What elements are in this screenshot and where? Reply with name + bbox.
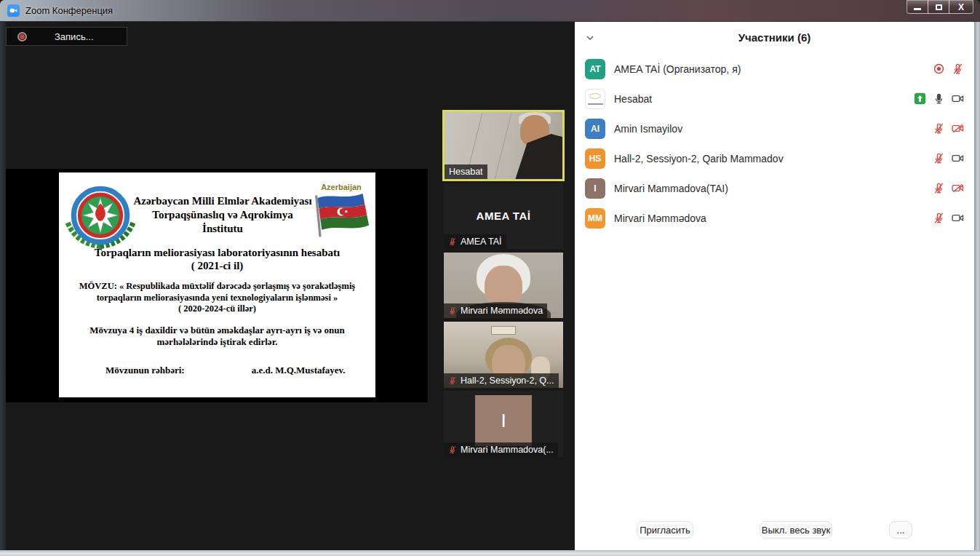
more-options-button[interactable]: ... <box>889 521 912 539</box>
mic-off-icon[interactable] <box>933 212 945 224</box>
azerbaijan-emblem-icon <box>63 184 138 251</box>
participant-row-hesabat[interactable]: Hesabat <box>575 84 974 114</box>
video-tile-mirvari-memmedova[interactable]: Mirvari Məmmədova <box>444 253 563 318</box>
participant-name: Mirvari Məmmədova <box>614 213 706 224</box>
participant-row-amea-tai[interactable]: AT AMEA TAİ (Организатор, я) <box>575 54 974 84</box>
mic-off-icon[interactable] <box>933 152 945 164</box>
participant-name: Amin Ismayilov <box>614 123 682 135</box>
avatar: MM <box>585 208 605 229</box>
participant-status-icons <box>933 182 964 194</box>
participant-name: Hesabat <box>614 93 652 105</box>
slide-organization: Azərbaycan Milli Elmlər Akademiyası Torp… <box>132 194 314 236</box>
mic-off-icon <box>448 376 457 385</box>
recording-indicator-icon <box>933 63 945 75</box>
tile-avatar-letter: I <box>501 410 506 432</box>
record-dot-icon <box>17 32 27 41</box>
slide-title: Torpaqların meliorasiyası laboratoriyası… <box>59 246 375 272</box>
avatar: AI <box>585 119 605 139</box>
close-icon: X <box>958 3 964 12</box>
maximize-icon <box>936 4 942 10</box>
window-title: Zoom Конференция <box>25 5 113 16</box>
mic-off-icon[interactable] <box>933 182 945 194</box>
participant-name: AMEA TAİ (Организатор, я) <box>614 63 741 75</box>
tile-name-label: Hesabat <box>445 164 487 179</box>
camera-on-icon[interactable] <box>952 152 964 164</box>
zoom-app-icon <box>7 4 20 17</box>
participant-status-icons <box>933 122 964 135</box>
participant-status-icons <box>933 212 964 224</box>
recording-badge[interactable]: Запись... <box>6 27 127 46</box>
participants-title: Участники (6) <box>575 31 974 44</box>
avatar <box>585 89 605 109</box>
tile-center-name: AMEA TAİ <box>444 210 563 222</box>
invite-button[interactable]: Пригласить <box>637 521 693 539</box>
participant-status-icons <box>933 152 964 164</box>
participant-row-mirvari-mammadova-tai[interactable]: I Mirvari Mammadova(TAI) <box>575 173 974 203</box>
mute-all-button[interactable]: Выкл. весь звук <box>760 521 832 539</box>
tile-name-label: Mirvari Məmmədova <box>444 303 547 318</box>
azerbaijan-flag-block: Azerbaijan <box>308 183 374 242</box>
topic-line-1: MÖVZU: « Respublikada müxtəlif dərəcədə … <box>59 281 375 293</box>
mic-off-icon <box>448 445 457 454</box>
leader-label: Mövzunun rəhbəri: <box>105 365 185 376</box>
window-titlebar[interactable]: Zoom Конференция X <box>0 0 980 22</box>
meeting-stage: Запись... Azərbaycan Milli Elmlər Akadem… <box>6 22 575 550</box>
camera-on-icon[interactable] <box>952 212 964 224</box>
mic-off-icon <box>448 237 457 246</box>
video-tile-mirvari-mammadova-tai[interactable]: I Mirvari Mammadova(... <box>444 391 563 457</box>
minimize-icon <box>914 8 921 10</box>
mic-on-icon[interactable] <box>933 92 945 105</box>
video-tile-hesabat[interactable]: Hesabat <box>442 110 565 181</box>
presentation-slide: Azərbaycan Milli Elmlər Akademiyası Torp… <box>59 172 375 397</box>
org-line-2: Torpaqşünaslıq və Aqrokimya İnstitutu <box>132 208 314 236</box>
participants-panel: Участники (6) AT AMEA TAİ (Организатор, … <box>575 22 974 550</box>
window-frame-bottom <box>0 550 980 556</box>
camera-on-icon[interactable] <box>952 92 964 105</box>
mic-off-icon <box>448 306 457 315</box>
participant-status-icons <box>933 63 964 75</box>
avatar: HS <box>585 148 605 169</box>
participants-header: Участники (6) <box>575 22 974 54</box>
camera-off-icon[interactable] <box>952 122 964 135</box>
window-frame-left <box>0 22 6 550</box>
tile-name-text: Mirvari Mammadova(... <box>461 445 554 455</box>
org-line-1: Azərbaycan Milli Elmlər Akademiyası <box>132 194 314 208</box>
participant-row-mirvari-memmedova[interactable]: MM Mirvari Məmmədova <box>575 203 974 233</box>
participant-name: Mirvari Mammadova(TAI) <box>614 183 728 194</box>
screen-share-icon <box>914 92 926 105</box>
avatar: I <box>585 178 605 199</box>
participants-list: AT AMEA TAİ (Организатор, я) Hesabat AI … <box>575 54 974 233</box>
tile-name-text: Hesabat <box>449 167 483 177</box>
participant-status-icons <box>914 92 964 105</box>
mic-off-icon[interactable] <box>933 122 945 135</box>
tile-avatar: I <box>475 395 532 446</box>
slide-title-line-2: ( 2021-ci il) <box>59 259 375 272</box>
mic-off-icon[interactable] <box>952 63 964 75</box>
maximize-button[interactable] <box>928 0 949 14</box>
tile-name-label: AMEA TAİ <box>444 234 506 249</box>
avatar: AT <box>585 59 605 79</box>
tile-name-text: Hall-2, Sessiyon-2, Q... <box>461 376 554 386</box>
camera-off-icon[interactable] <box>952 182 964 194</box>
participant-row-hall2[interactable]: HS Hall-2, Sessiyon-2, Qarib Mammadov <box>575 143 974 173</box>
window-controls: X <box>907 0 973 14</box>
window-frame-right <box>974 22 980 550</box>
flag-caption: Azerbaijan <box>308 183 374 191</box>
topic-line-3: ( 2020-2024-cü illər) <box>59 303 375 315</box>
body-line-2: mərhələlərində iştirak edirlər. <box>59 336 375 348</box>
leader-value: a.e.d. M.Q.Mustafayev. <box>252 365 346 376</box>
tile-name-text: Mirvari Məmmədova <box>461 306 543 316</box>
slide-title-line-1: Torpaqların meliorasiyası laboratoriyası… <box>59 246 375 259</box>
screen-share-area: Azərbaycan Milli Elmlər Akademiyası Torp… <box>6 169 428 402</box>
close-button[interactable]: X <box>949 0 973 14</box>
minimize-button[interactable] <box>907 0 928 14</box>
participant-row-amin-ismayilov[interactable]: AI Amin Ismayilov <box>575 114 974 143</box>
video-tile-amea-tai[interactable]: AMEA TAİ AMEA TAİ <box>444 183 563 249</box>
tile-name-label: Hall-2, Sessiyon-2, Q... <box>444 373 559 388</box>
participant-name: Hall-2, Sessiyon-2, Qarib Mammadov <box>614 153 784 164</box>
body-line-1: Mövzuya 4 iş daxildir və bütün əməkdaşla… <box>59 325 375 336</box>
video-tile-hall2[interactable]: Hall-2, Sessiyon-2, Q... <box>444 322 563 388</box>
azerbaijan-flag-icon <box>309 191 373 239</box>
slide-topic: MÖVZU: « Respublikada müxtəlif dərəcədə … <box>59 281 375 315</box>
recording-label: Запись... <box>55 31 94 42</box>
